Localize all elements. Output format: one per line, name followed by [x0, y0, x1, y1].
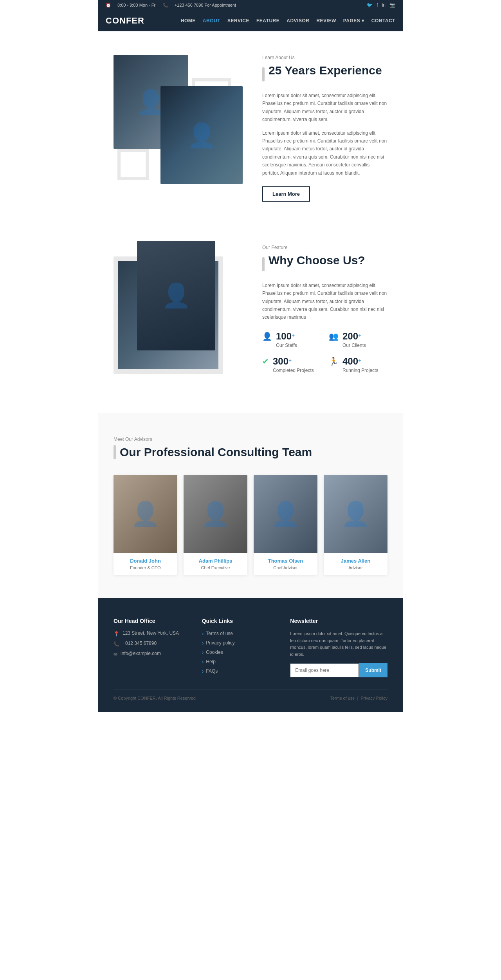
feature-title-bar: Why Choose Us? — [262, 253, 387, 275]
advisor-name-4: James Allen — [328, 558, 383, 564]
advisor-info-1: Donald John Founder & CEO — [114, 553, 177, 575]
footer-office-heading: Our Head Office — [114, 618, 186, 624]
footer-newsletter: Newsletter Lorem ipsum dolor sit amet. Q… — [290, 618, 387, 677]
about-photo-2: 👤 — [160, 86, 243, 184]
advisor-card-4: 👤 James Allen Advisor — [324, 475, 387, 575]
staffs-icon: 👤 — [262, 332, 272, 341]
stat-staffs: 👤 100+ Our Staffs — [262, 331, 321, 348]
footer-link-faqs-anchor[interactable]: FAQs — [206, 668, 218, 674]
clients-icon: 👥 — [329, 332, 339, 341]
newsletter-form: Submit — [290, 663, 387, 677]
footer-quicklinks-heading: Quick Links — [202, 618, 275, 624]
footer-email: ✉ info@example.com — [114, 651, 186, 657]
advisor-card-3: 👤 Thomas Olsen Chef Advisor — [254, 475, 317, 575]
location-icon: 📍 — [114, 631, 119, 637]
advisors-title-wrap: Our Professional Consulting Team — [114, 445, 387, 459]
email-icon: ✉ — [114, 652, 117, 657]
stat-running: 🏃 400+ Running Projects — [329, 356, 387, 373]
feature-title-accent — [262, 257, 265, 271]
feature-text: Lorem ipsum dolor sit amet, consectetur … — [262, 282, 387, 321]
site-logo[interactable]: CONFER — [106, 16, 144, 26]
person-silhouette-3: 👤 — [137, 241, 215, 350]
footer-newsletter-heading: Newsletter — [290, 618, 387, 624]
stat-running-label: Running Projects — [342, 368, 378, 373]
footer-link-cookies-anchor[interactable]: Cookies — [206, 650, 223, 655]
about-content: Learn About Us 25 Years Experience Lorem… — [262, 55, 387, 202]
footer-terms-link[interactable]: Terms of use — [330, 696, 355, 700]
feature-photo-person: 👤 — [137, 241, 215, 350]
footer-link-cookies[interactable]: Cookies — [202, 649, 275, 655]
nav-service[interactable]: SERVICE — [227, 18, 249, 23]
feature-section: 👤 Our Feature Why Choose Us? Lorem ipsum… — [98, 225, 403, 413]
footer-address: 📍 123 Street, New York, USA — [114, 630, 186, 637]
footer-phone: 📞 +012 345 67890 — [114, 641, 186, 647]
footer-copyright: © Copyright CONFER. All Rights Reserved — [114, 696, 196, 700]
feature-subtitle: Our Feature — [262, 245, 387, 250]
person-silhouette-2: 👤 — [160, 86, 243, 184]
footer: Our Head Office 📍 123 Street, New York, … — [98, 598, 403, 712]
footer-bottom: © Copyright CONFER. All Rights Reserved … — [114, 689, 387, 700]
advisor-photo-2: 👤 — [184, 475, 247, 553]
twitter-icon[interactable]: 🐦 — [367, 2, 373, 8]
footer-link-help[interactable]: Help — [202, 659, 275, 665]
advisor-card-1: 👤 Donald John Founder & CEO — [114, 475, 177, 575]
stat-staffs-info: 100+ Our Staffs — [276, 331, 297, 348]
footer-link-privacy-anchor[interactable]: Privacy policy — [206, 640, 234, 646]
advisor-name-2: Adam Phillips — [188, 558, 243, 564]
advisor-role-4: Advisor — [328, 565, 383, 570]
stat-projects-label: Completed Projects — [273, 368, 314, 373]
advisors-title: Our Professional Consulting Team — [120, 446, 312, 459]
nav-about[interactable]: ABOUT — [203, 18, 220, 23]
footer-privacy-link[interactable]: Privacy Policy — [361, 696, 387, 700]
stat-staffs-label: Our Staffs — [276, 343, 297, 348]
advisors-grid: 👤 Donald John Founder & CEO 👤 Adam Phill… — [114, 475, 387, 575]
nav-pages[interactable]: PAGES ▾ — [343, 18, 364, 23]
stat-clients-number: 200+ — [342, 331, 366, 342]
about-subtitle: Learn About Us — [262, 55, 387, 60]
phone-footer-icon: 📞 — [114, 641, 119, 647]
phone-text: +123 456 7890 For Appointment — [175, 3, 236, 7]
top-bar-left: ⏰ 8:00 - 9:00 Mon - Fri 📞 +123 456 7890 … — [106, 3, 236, 8]
stat-projects-info: 300+ Completed Projects — [273, 356, 314, 373]
learn-more-button[interactable]: Learn More — [262, 186, 310, 202]
stat-running-number: 400+ — [342, 356, 378, 367]
instagram-icon[interactable]: 📷 — [389, 2, 395, 8]
advisors-section: Meet Our Advisors Our Professional Consu… — [98, 413, 403, 598]
advisor-card-2: 👤 Adam Phillips Chef Executive — [184, 475, 247, 575]
nav-review[interactable]: REVIEW — [316, 18, 336, 23]
footer-link-terms[interactable]: Terms of use — [202, 630, 275, 637]
advisor-info-2: Adam Phillips Chef Executive — [184, 553, 247, 575]
advisor-photo-3: 👤 — [254, 475, 317, 553]
advisor-silhouette-2: 👤 — [184, 475, 247, 553]
footer-quicklinks: Quick Links Terms of use Privacy policy … — [202, 618, 275, 677]
facebook-icon[interactable]: f — [377, 2, 378, 8]
about-deco-2 — [117, 149, 149, 180]
footer-link-terms-anchor[interactable]: Terms of use — [206, 631, 233, 636]
newsletter-email-input[interactable] — [290, 663, 359, 677]
about-text-2: Lorem ipsum dolor sit amet, consectetur … — [262, 129, 387, 177]
phone-icon: 📞 — [163, 3, 168, 8]
footer-grid: Our Head Office 📍 123 Street, New York, … — [114, 618, 387, 677]
footer-link-privacy[interactable]: Privacy policy — [202, 640, 275, 646]
stat-running-info: 400+ Running Projects — [342, 356, 378, 373]
title-accent — [262, 67, 265, 81]
stats-grid: 👤 100+ Our Staffs 👥 200+ Our Clients — [262, 331, 387, 373]
nav-advisor[interactable]: ADVISOR — [287, 18, 309, 23]
nav-home[interactable]: HOME — [181, 18, 196, 23]
nav-contact[interactable]: CONTACT — [371, 18, 395, 23]
footer-bottom-links: Terms of use | Privacy Policy — [330, 696, 387, 700]
footer-link-help-anchor[interactable]: Help — [206, 659, 216, 664]
about-images: 👤 👤 — [114, 55, 247, 188]
projects-icon: ✔ — [262, 357, 269, 366]
newsletter-text: Lorem ipsum dolor sit amet. Quisque eu l… — [290, 630, 387, 658]
stat-projects-number: 300+ — [273, 356, 314, 367]
nav-feature[interactable]: FEATURE — [256, 18, 279, 23]
feature-title: Why Choose Us? — [269, 253, 365, 267]
top-bar-social: 🐦 f in 📷 — [367, 2, 395, 8]
advisor-photo-1: 👤 — [114, 475, 177, 553]
linkedin-icon[interactable]: in — [382, 2, 386, 8]
newsletter-submit-button[interactable]: Submit — [359, 663, 387, 677]
about-section: 👤 👤 Learn About Us 25 Years Experience L… — [98, 31, 403, 225]
footer-link-faqs[interactable]: FAQs — [202, 668, 275, 674]
advisor-name-3: Thomas Olsen — [258, 558, 313, 564]
